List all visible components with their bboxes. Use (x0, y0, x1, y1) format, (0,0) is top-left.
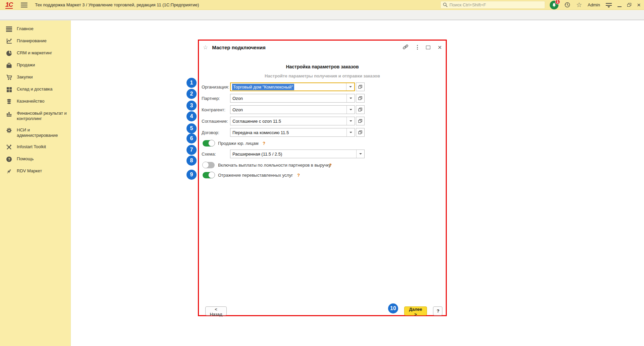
top-bar: 1С Тех поддержка Маркет 3 / Управление т… (0, 0, 644, 10)
sidebar-item-planning[interactable]: Планирование (0, 35, 70, 47)
partner-field[interactable]: Ozon (230, 94, 355, 103)
sidebar-item-finance[interactable]: Финансовый результат и контроллинг (0, 108, 70, 124)
annotation-badge-10: 10 (388, 303, 398, 313)
dialog-header: ☆ Мастер подключения × (199, 41, 446, 54)
sidebar-item-label: НСИ и администрирование (17, 127, 68, 138)
sidebar-item-help[interactable]: ? Помощь (0, 153, 70, 165)
annotation-badge-7: 7 (186, 145, 197, 155)
sidebar-item-treasury[interactable]: Казначейство (0, 96, 70, 108)
annotation-badge-1: 1 (186, 78, 197, 88)
open-button[interactable] (356, 117, 365, 125)
field-label: Договор: (202, 130, 219, 135)
sidebar-item-label: Помощь (17, 156, 34, 162)
rocket-icon (5, 168, 13, 174)
dropdown-arrow-button[interactable] (346, 117, 355, 125)
sidebar-item-label: Казначейство (17, 99, 44, 104)
dropdown-arrow-button[interactable] (346, 83, 354, 91)
notifications-button[interactable]: 1 (550, 1, 558, 9)
field-label: Схема: (202, 152, 216, 157)
loyalty-payments-toggle[interactable] (203, 162, 215, 168)
sidebar-item-label: Планирование (17, 38, 47, 44)
wizard-heading: Настройка параметров заказов (199, 64, 446, 69)
sidebar-item-warehouse[interactable]: Склад и доставка (0, 83, 70, 96)
user-menu-icon[interactable] (606, 3, 612, 7)
favorite-star-icon[interactable]: ☆ (203, 44, 208, 51)
briefcase-icon (5, 62, 13, 68)
maximize-icon[interactable] (426, 46, 430, 49)
planning-chart-icon (5, 38, 13, 44)
toggle-label: Отражение перевыставленных услуг (218, 173, 293, 178)
field-value: Расширенная (11.5 / 2.5) (230, 152, 356, 157)
sidebar-item-label: Закупки (17, 74, 33, 80)
gear-icon (5, 127, 13, 133)
sidebar-item-sales[interactable]: Продажи (0, 59, 70, 71)
annotation-badge-5: 5 (186, 123, 197, 133)
dropdown-arrow-button[interactable] (346, 128, 355, 136)
help-icon: ? (5, 156, 13, 162)
close-dialog-icon[interactable]: × (438, 44, 442, 51)
back-button[interactable]: < Назад (205, 306, 227, 315)
bar-chart-icon (5, 111, 13, 117)
open-button[interactable] (356, 105, 365, 114)
notification-count-badge: 1 (555, 0, 560, 4)
open-button[interactable] (356, 82, 365, 91)
reinvoiced-services-toggle[interactable] (203, 172, 215, 178)
dropdown-arrow-button[interactable] (346, 94, 355, 102)
global-search[interactable] (440, 1, 545, 9)
annotation-badge-9: 9 (186, 170, 197, 180)
help-link[interactable]: ? (297, 173, 300, 178)
tools-icon (5, 144, 13, 150)
favorites-star-icon[interactable]: ☆ (576, 2, 582, 8)
sidebar-item-rdv-market[interactable]: RDV Маркет (0, 165, 70, 177)
search-input[interactable] (449, 2, 543, 7)
counterparty-field[interactable]: Ozon (230, 105, 355, 114)
organization-field[interactable]: Торговый дом "Комплексный" (230, 82, 355, 91)
field-value: Ozon (230, 96, 346, 101)
legal-sales-toggle[interactable] (203, 140, 215, 147)
open-button[interactable] (356, 94, 365, 103)
toolbar-strip (0, 10, 644, 20)
close-window-icon[interactable]: × (637, 2, 641, 8)
dropdown-arrow-button[interactable] (356, 150, 364, 158)
current-user-label[interactable]: Admin (588, 2, 600, 7)
annotation-badge-4: 4 (186, 111, 197, 121)
agreement-field[interactable]: Соглашение с ozon 11.5 (230, 117, 355, 125)
sidebar-item-label: Финансовый результат и контроллинг (17, 111, 68, 121)
pie-chart-icon (5, 50, 13, 56)
history-icon[interactable] (564, 2, 571, 8)
1c-logo-icon[interactable]: 1С (5, 1, 13, 9)
field-value: Ozon (230, 107, 346, 112)
help-link[interactable]: ? (263, 141, 265, 146)
hamburger-menu-icon[interactable] (21, 3, 28, 7)
sidebar-item-infostart[interactable]: Infostart Toolkit (0, 141, 70, 153)
link-icon[interactable] (402, 44, 409, 51)
schema-field[interactable]: Расширенная (11.5 / 2.5) (230, 150, 365, 158)
sidebar-item-label: CRM и маркетинг (17, 50, 52, 56)
field-label: Контрагент: (202, 107, 225, 112)
annotation-badge-8: 8 (186, 156, 197, 166)
sidebar-item-purchases[interactable]: Закупки (0, 71, 70, 83)
restore-window-icon[interactable] (627, 3, 631, 7)
help-link[interactable]: ? (329, 163, 332, 168)
grid-icon (5, 86, 13, 93)
field-label: Организация: (202, 84, 229, 90)
sidebar-item-label: Продажи (17, 62, 35, 68)
sidebar-item-crm[interactable]: CRM и маркетинг (0, 47, 70, 59)
more-options-icon[interactable] (416, 44, 419, 50)
dropdown-arrow-button[interactable] (346, 106, 355, 114)
annotation-badge-2: 2 (186, 89, 197, 99)
dialog-help-button[interactable]: ? (433, 306, 442, 315)
coins-icon (5, 99, 13, 105)
minimize-icon[interactable] (618, 3, 622, 7)
field-value: Торговый дом "Комплексный" (232, 84, 294, 90)
field-value: Передача на комиссию 11.5 (230, 130, 346, 135)
next-button[interactable]: Далее > (404, 306, 427, 315)
menu-lines-icon (5, 26, 13, 32)
sidebar-item-home[interactable]: Главное (0, 23, 70, 35)
contract-field[interactable]: Передача на комиссию 11.5 (230, 128, 355, 137)
cart-icon (5, 74, 13, 80)
sidebar-item-label: Infostart Toolkit (17, 144, 46, 150)
sidebar-item-label: Главное (17, 26, 34, 32)
sidebar-item-nsi-admin[interactable]: НСИ и администрирование (0, 124, 70, 141)
open-button[interactable] (356, 128, 365, 137)
